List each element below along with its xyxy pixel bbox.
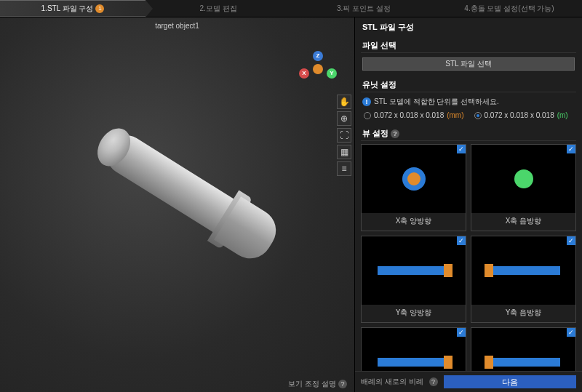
step-1[interactable]: 1.STL 파일 구성1 bbox=[0, 0, 146, 17]
view-card-z-pos[interactable]: ✓ Z축 양방향 bbox=[361, 327, 466, 371]
unit-section-title: 유닛 설정 bbox=[355, 75, 582, 92]
viewport-footer: 보기 조정 설명? bbox=[288, 379, 347, 389]
gizmo-z[interactable]: Z bbox=[313, 51, 323, 61]
step-2[interactable]: 2.모델 편집 bbox=[146, 0, 291, 17]
model-bolt bbox=[49, 91, 299, 322]
stepper: 1.STL 파일 구성1 2.모델 편집 3.픽 포인트 설정 4.충돌 모델 … bbox=[0, 0, 582, 17]
menu-icon[interactable]: ≡ bbox=[337, 161, 351, 176]
zoom-icon[interactable]: ⊕ bbox=[337, 111, 351, 126]
select-stl-button[interactable]: STL 파일 선택 bbox=[362, 57, 575, 71]
panel-footer: 배례의 새로의 비례 ? 다음 bbox=[355, 371, 582, 392]
view-grid: ✓ X축 양방향 ✓ X축 음방향 ✓ Y축 양방향 bbox=[355, 144, 582, 371]
grid-icon[interactable]: ▦ bbox=[337, 145, 351, 159]
view-card-y-pos[interactable]: ✓ Y축 양방향 bbox=[361, 236, 466, 323]
side-panel: STL 파일 구성 파일 선택 STL 파일 선택 유닛 설정 ! STL 모델… bbox=[355, 17, 582, 392]
check-icon[interactable]: ✓ bbox=[457, 145, 466, 153]
step-badge: 1 bbox=[95, 4, 104, 13]
view-card-z-neg[interactable]: ✓ Z축 음방향 bbox=[471, 327, 576, 371]
help-icon[interactable]: ? bbox=[391, 129, 399, 138]
viewport-toolbar: ✋ ⊕ ⛶ ▦ ≡ bbox=[337, 95, 351, 176]
help-icon[interactable]: ? bbox=[429, 377, 438, 386]
unit-radio-group: 0.072 x 0.018 x 0.018 (mm) 0.072 x 0.018… bbox=[355, 108, 582, 124]
radio-m[interactable]: 0.072 x 0.018 x 0.018 (m) bbox=[474, 111, 568, 119]
info-icon: ! bbox=[362, 97, 371, 106]
hand-icon[interactable]: ✋ bbox=[337, 95, 351, 109]
file-section-title: 파일 선택 bbox=[355, 36, 582, 52]
orientation-gizmo[interactable]: Z X Y bbox=[299, 51, 337, 89]
panel-title: STL 파일 구성 bbox=[355, 17, 582, 36]
check-icon[interactable]: ✓ bbox=[567, 145, 575, 153]
gizmo-x[interactable]: X bbox=[299, 68, 309, 79]
view-card-y-neg[interactable]: ✓ Y축 음방향 bbox=[471, 236, 576, 323]
view-section-title: 뷰 설정? bbox=[355, 124, 582, 140]
step-4[interactable]: 4.충돌 모델 설정(선택 가능) bbox=[436, 0, 582, 17]
fit-icon[interactable]: ⛶ bbox=[337, 128, 351, 143]
view-card-x-pos[interactable]: ✓ X축 양방향 bbox=[361, 144, 466, 231]
viewport-3d[interactable]: target object1 Z X Y ✋ ⊕ ⛶ ▦ ≡ 보기 조정 설명? bbox=[0, 17, 355, 392]
gizmo-y[interactable]: Y bbox=[327, 68, 337, 79]
view-card-x-neg[interactable]: ✓ X축 음방향 bbox=[471, 144, 576, 231]
step-3[interactable]: 3.픽 포인트 설정 bbox=[291, 0, 436, 17]
check-icon[interactable]: ✓ bbox=[567, 328, 575, 337]
check-icon[interactable]: ✓ bbox=[457, 236, 466, 245]
unit-hint: ! STL 모델에 적합한 단위를 선택하세요. bbox=[355, 95, 582, 108]
next-button[interactable]: 다음 bbox=[444, 375, 576, 388]
gizmo-center[interactable] bbox=[313, 64, 323, 74]
radio-mm[interactable]: 0.072 x 0.018 x 0.018 (mm) bbox=[364, 111, 464, 119]
viewport-title: target object1 bbox=[155, 22, 199, 30]
check-icon[interactable]: ✓ bbox=[567, 236, 575, 245]
help-icon[interactable]: ? bbox=[338, 380, 347, 388]
check-icon[interactable]: ✓ bbox=[457, 328, 466, 337]
